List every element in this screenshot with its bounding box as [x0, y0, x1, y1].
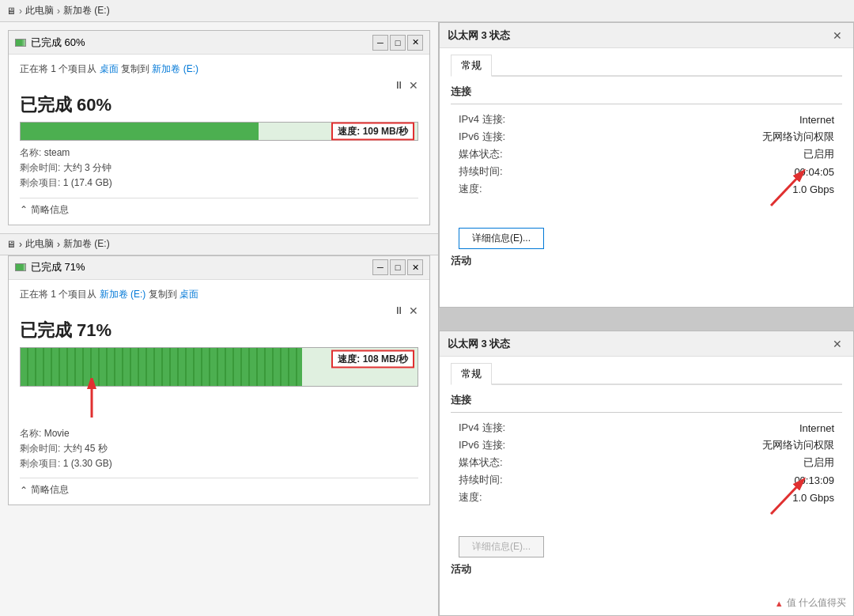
dialog1-summary-toggle[interactable]: ⌃ 简略信息 — [20, 203, 418, 217]
netdialog2-ipv4-value: Internet — [799, 422, 834, 434]
watermark-logo: ▲ — [775, 599, 784, 608]
netdialog2-conn-label: 连接 — [451, 393, 842, 407]
netdialog1-ipv6-label: IPv6 连接: — [459, 130, 505, 144]
netdialog2-ipv6-row: IPv6 连接: 无网络访问权限 — [451, 436, 842, 454]
netdialog1-media-label: 媒体状态: — [459, 147, 503, 161]
netdialog1-duration-label: 持续时间: — [459, 164, 503, 179]
dialog1-progress-bar: 速度: 109 MB/秒 — [20, 122, 418, 141]
close-button-1[interactable]: ✕ — [407, 35, 423, 51]
left-panel: 已完成 60% ─ □ ✕ 正在将 1 个项目从 桌面 复制到 新加卷 (E:)… — [0, 22, 439, 616]
netdialog1-body: 常规 连接 IPv4 连接: Internet IPv6 连接: 无网络访问权限… — [440, 48, 853, 274]
netdialog1-ipv4-value: Internet — [799, 114, 834, 126]
netdialog1-tabs: 常规 — [451, 55, 842, 77]
dialog1-titlebar: 已完成 60% ─ □ ✕ — [9, 31, 429, 55]
dialog2-titlebar: 已完成 71% ─ □ ✕ — [9, 256, 429, 280]
watermark-text: 值 什么值得买 — [787, 596, 846, 610]
chevron-up-icon-1: ⌃ — [20, 204, 28, 215]
dialog2-icon — [15, 263, 26, 271]
breadcrumb-part1[interactable]: 此电脑 — [25, 4, 54, 17]
minimize-button-1[interactable]: ─ — [372, 35, 388, 51]
netdialog2-tab-general[interactable]: 常规 — [451, 363, 492, 385]
breadcrumb-bar-top: 🖥 › 此电脑 › 新加卷 (E:) — [0, 0, 854, 22]
computer-icon: 🖥 — [6, 6, 16, 17]
right-panel: 以太网 3 状态 ✕ 常规 连接 IPv4 连接: Internet IPv6 … — [439, 22, 854, 616]
netdialog1-ipv6-value: 无网络访问权限 — [762, 130, 834, 144]
netdialog1-ipv4-label: IPv4 连接: — [459, 112, 505, 127]
dialog1-link2[interactable]: 新加卷 (E:) — [152, 63, 198, 74]
maximize-button-2[interactable]: □ — [390, 259, 406, 275]
dialog1-source: 正在将 1 个项目从 桌面 复制到 新加卷 (E:) — [20, 62, 418, 76]
netdialog1-titlebar: 以太网 3 状态 ✕ — [440, 23, 853, 48]
netdialog1-close[interactable]: ✕ — [829, 28, 845, 43]
dialog2-title: 已完成 71% — [31, 260, 85, 274]
cancel-button-1[interactable]: ✕ — [409, 79, 418, 92]
netdialog2-titlebar: 以太网 3 状态 ✕ — [440, 331, 853, 357]
watermark: ▲ 值 什么值得买 — [775, 596, 846, 610]
netdialog2-duration-label: 持续时间: — [459, 473, 503, 487]
netdialog1-details-btn[interactable]: 详细信息(E)... — [459, 228, 544, 249]
net-dialog-2: 以太网 3 状态 ✕ 常规 连接 IPv4 连接: Internet IPv6 … — [439, 331, 854, 616]
dialog1-fill — [21, 123, 259, 140]
netdialog2-activity-label: 活动 — [451, 557, 842, 576]
maximize-button-1[interactable]: □ — [390, 35, 406, 51]
netdialog2-details-btn[interactable]: 详细信息(E)... — [459, 536, 544, 557]
netdialog1-ipv4-row: IPv4 连接: Internet — [451, 111, 842, 128]
pause-button-1[interactable]: ⏸ — [394, 79, 404, 92]
dialog1-percent: 已完成 60% — [20, 93, 418, 117]
close-button-2[interactable]: ✕ — [407, 259, 423, 275]
svg-line-5 — [771, 482, 801, 514]
netdialog1-conn-label: 连接 — [451, 85, 842, 99]
dialog1-icon — [15, 39, 26, 47]
netdialog1-activity-label: 活动 — [451, 249, 842, 268]
dialog2-fill — [21, 348, 302, 386]
breadcrumb2-part1[interactable]: 此电脑 — [25, 237, 54, 251]
breadcrumb-bar-bottom: 🖥 › 此电脑 › 新加卷 (E:) — [0, 233, 438, 255]
pause-button-2[interactable]: ⏸ — [394, 304, 404, 317]
dialog1-speed-badge: 速度: 109 MB/秒 — [331, 123, 414, 141]
dialog2-summary-toggle[interactable]: ⌃ 简略信息 — [20, 483, 418, 497]
dialog1-title: 已完成 60% — [31, 36, 85, 50]
chevron-up-icon-2: ⌃ — [20, 485, 28, 496]
netdialog1-tab-general[interactable]: 常规 — [451, 55, 492, 77]
netdialog1-title: 以太网 3 状态 — [448, 28, 510, 43]
dialog2-info: 名称: Movie 剩余时间: 大约 45 秒 剩余项目: 1 (3.30 GB… — [20, 426, 418, 472]
breadcrumb2-part2[interactable]: 新加卷 (E:) — [63, 237, 110, 251]
copy-dialog-1: 已完成 60% ─ □ ✕ 正在将 1 个项目从 桌面 复制到 新加卷 (E:)… — [8, 30, 430, 225]
netdialog2-ipv6-value: 无网络访问权限 — [762, 438, 834, 452]
dialog2-link1[interactable]: 新加卷 (E:) — [100, 289, 146, 300]
dialog2-progress-bar: 速度: 108 MB/秒 — [20, 347, 418, 387]
dialog2-speed-badge: 速度: 108 MB/秒 — [331, 350, 414, 368]
netdialog2-title: 以太网 3 状态 — [448, 337, 510, 351]
netdialog2-speed-label: 速度: — [459, 490, 482, 505]
netdialog1-speed-label: 速度: — [459, 182, 482, 196]
red-arrow-net2 — [755, 459, 818, 522]
netdialog2-tabs: 常规 — [451, 363, 842, 385]
net-dialog-1: 以太网 3 状态 ✕ 常规 连接 IPv4 连接: Internet IPv6 … — [439, 22, 854, 308]
netdialog2-close[interactable]: ✕ — [829, 336, 845, 352]
svg-line-3 — [771, 174, 801, 206]
copy-dialog-2: 已完成 71% ─ □ ✕ 正在将 1 个项目从 新加卷 (E:) 复制到 桌面… — [8, 255, 430, 506]
dialog2-link2[interactable]: 桌面 — [179, 289, 198, 300]
minimize-button-2[interactable]: ─ — [372, 259, 388, 275]
dialog1-info: 名称: steam 剩余时间: 大约 3 分钟 剩余项目: 1 (17.4 GB… — [20, 145, 418, 191]
red-arrow-net1 — [755, 150, 818, 214]
netdialog2-body: 常规 连接 IPv4 连接: Internet IPv6 连接: 无网络访问权限… — [440, 357, 853, 583]
netdialog2-ipv4-label: IPv4 连接: — [459, 421, 505, 435]
dialog1-controls: ─ □ ✕ — [372, 35, 423, 51]
dialog1-link1[interactable]: 桌面 — [100, 63, 119, 74]
computer-icon-2: 🖥 — [6, 239, 16, 250]
netdialog2-media-label: 媒体状态: — [459, 455, 503, 470]
dialog2-percent: 已完成 71% — [20, 319, 418, 342]
netdialog2-ipv4-row: IPv4 连接: Internet — [451, 419, 842, 436]
breadcrumb-part2[interactable]: 新加卷 (E:) — [63, 4, 110, 17]
dialog2-source: 正在将 1 个项目从 新加卷 (E:) 复制到 桌面 — [20, 288, 418, 301]
cancel-button-2[interactable]: ✕ — [409, 304, 418, 317]
netdialog2-ipv6-label: IPv6 连接: — [459, 438, 505, 452]
dialog2-controls: ─ □ ✕ — [372, 259, 423, 275]
netdialog1-ipv6-row: IPv6 连接: 无网络访问权限 — [451, 128, 842, 145]
